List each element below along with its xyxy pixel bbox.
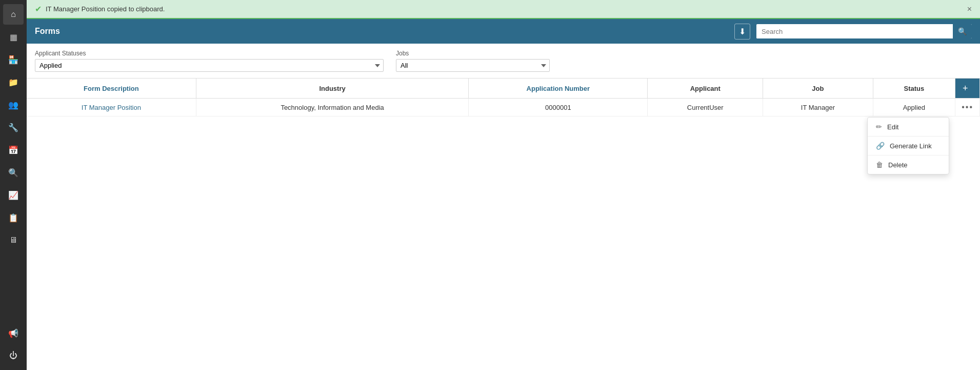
main-content: ✔ IT Manager Position copied to clipboar… (27, 0, 980, 370)
sidebar-item-folder[interactable]: 📁 (3, 72, 24, 92)
store-icon: 🏪 (8, 55, 18, 65)
context-menu-edit-label: Edit (887, 123, 898, 131)
cell-industry: Technology, Information and Media (196, 99, 469, 116)
forms-header: Forms ⬇ 🔍 (27, 19, 980, 44)
col-header-application-number: Application Number (469, 79, 648, 99)
context-menu-delete[interactable]: 🗑 Delete (868, 155, 949, 174)
cell-form-description: IT Manager Position (27, 99, 196, 116)
calendar-icon: 📅 (8, 145, 18, 155)
bar-chart-icon: 📈 (8, 190, 18, 200)
sidebar-item-users[interactable]: 👥 (3, 94, 24, 115)
sidebar-item-search[interactable]: 🔍 (3, 162, 24, 183)
download-icon: ⬇ (739, 27, 746, 36)
context-menu-edit[interactable]: ✏ Edit (868, 118, 949, 136)
search-input[interactable] (756, 25, 953, 38)
context-menu-generate-link-label: Generate Link (890, 142, 932, 150)
cell-job: IT Manager (763, 99, 873, 116)
jobs-label: Jobs (396, 50, 550, 57)
users-icon: 👥 (8, 100, 18, 110)
home-icon: ⌂ (11, 10, 16, 19)
toast-message: IT Manager Position copied to clipboard. (46, 5, 165, 13)
forms-panel: Forms ⬇ 🔍 Applicant Statuses Applied J (27, 19, 980, 370)
sidebar-item-clipboard[interactable]: 📋 (3, 207, 24, 228)
cell-action: ••• (955, 99, 980, 116)
sidebar-item-barchart[interactable]: 📈 (3, 185, 24, 205)
applicant-statuses-select[interactable]: Applied (35, 59, 384, 72)
jobs-select[interactable]: All (396, 59, 550, 72)
monitor-icon: 🖥 (9, 236, 17, 245)
cell-status: Applied (873, 99, 955, 116)
sidebar: ⌂ ▦ 🏪 📁 👥 🔧 📅 🔍 📈 📋 🖥 📢 ⏻ (0, 0, 27, 370)
search-icon: 🔍 (958, 27, 967, 35)
folder-icon: 📁 (8, 77, 18, 87)
forms-title: Forms (35, 27, 60, 36)
col-header-form-description: Form Description (27, 79, 196, 99)
search-button[interactable]: 🔍 (953, 24, 972, 38)
chart-icon: ▦ (10, 32, 17, 42)
col-header-job: Job (763, 79, 873, 99)
col-header-applicant: Applicant (648, 79, 763, 99)
sidebar-item-power[interactable]: ⏻ (3, 345, 24, 366)
col-header-industry: Industry (196, 79, 469, 99)
toast-notification: ✔ IT Manager Position copied to clipboar… (27, 0, 980, 19)
sidebar-item-calendar[interactable]: 📅 (3, 140, 24, 160)
applicant-statuses-label: Applicant Statuses (35, 50, 384, 57)
applicant-statuses-filter: Applicant Statuses Applied (35, 50, 384, 72)
tool-icon: 🔧 (8, 123, 18, 132)
table-row: IT Manager Position Technology, Informat… (27, 99, 980, 116)
col-header-status: Status (873, 79, 955, 99)
megaphone-icon: 📢 (8, 328, 18, 338)
row-actions-button[interactable]: ••• (962, 103, 973, 112)
toast-success-icon: ✔ (35, 4, 42, 14)
power-icon: ⏻ (9, 351, 17, 360)
sidebar-item-home[interactable]: ⌂ (3, 4, 24, 25)
cell-application-number: 0000001 (469, 99, 648, 116)
cell-applicant: CurrentUser (648, 99, 763, 116)
search2-icon: 🔍 (8, 168, 18, 178)
link-icon: 🔗 (876, 142, 885, 150)
clipboard-icon: 📋 (8, 213, 18, 223)
filter-bar: Applicant Statuses Applied Jobs All (27, 44, 980, 79)
sidebar-item-monitor[interactable]: 🖥 (3, 230, 24, 250)
col-header-action: + (955, 79, 980, 99)
context-menu: ✏ Edit 🔗 Generate Link 🗑 Delete (867, 117, 949, 174)
context-menu-generate-link[interactable]: 🔗 Generate Link (868, 137, 949, 155)
table-container: Form Description Industry Application Nu… (27, 79, 980, 370)
forms-table: Form Description Industry Application Nu… (27, 79, 980, 116)
toast-close-button[interactable]: × (967, 5, 972, 14)
edit-icon: ✏ (876, 123, 882, 131)
download-button[interactable]: ⬇ (734, 24, 750, 40)
delete-icon: 🗑 (876, 161, 883, 169)
sidebar-item-store[interactable]: 🏪 (3, 49, 24, 70)
table-header-row: Form Description Industry Application Nu… (27, 79, 980, 99)
plus-icon: + (963, 83, 968, 94)
sidebar-item-tool[interactable]: 🔧 (3, 117, 24, 138)
sidebar-item-chart[interactable]: ▦ (3, 27, 24, 47)
add-form-button[interactable]: + (958, 82, 972, 95)
jobs-filter: Jobs All (396, 50, 550, 72)
sidebar-item-megaphone[interactable]: 📢 (3, 323, 24, 343)
context-menu-delete-label: Delete (888, 161, 908, 169)
search-container: 🔍 (756, 24, 972, 38)
